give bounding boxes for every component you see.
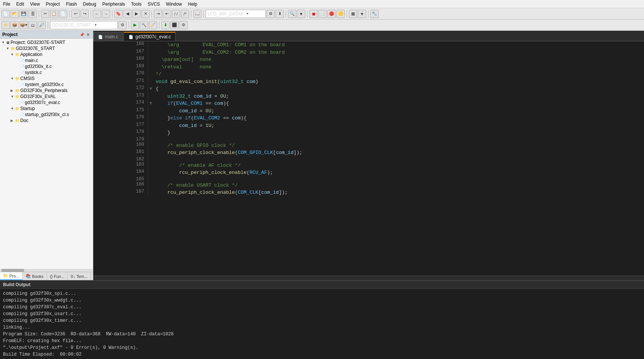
sidebar-hscroll-thumb[interactable] — [2, 269, 24, 272]
paste-button[interactable]: 📄 — [59, 10, 67, 18]
download-button[interactable]: ⬇ — [276, 10, 284, 18]
fold-icon[interactable] — [148, 63, 153, 71]
build-output-content[interactable]: compiling gd32f30x_spi.c...compiling gd3… — [0, 289, 644, 359]
fold-icon[interactable] — [148, 71, 153, 78]
save-button[interactable]: 💾 — [20, 10, 28, 18]
tree-item-application[interactable]: ▼ 📁 Application — [0, 51, 93, 57]
build-button[interactable]: ▶ — [131, 21, 139, 29]
fold-icon[interactable]: ▼ — [148, 100, 153, 107]
fold-icon[interactable] — [148, 122, 153, 130]
fold-icon[interactable] — [148, 56, 153, 63]
block-comment-button[interactable]: /* — [181, 10, 189, 18]
fold-icon[interactable] — [148, 129, 153, 137]
flash-download-button[interactable]: ⬇ — [161, 21, 170, 29]
rte-button[interactable]: 📦 — [11, 21, 19, 29]
fold-icon[interactable] — [148, 182, 153, 189]
tree-item-doc[interactable]: ▶ 📁 Doc — [0, 118, 93, 124]
group-btn[interactable]: 🗂 — [29, 21, 37, 29]
redo-button[interactable]: ↪ — [80, 10, 89, 18]
indent-button[interactable]: ⇥ — [154, 10, 162, 18]
fold-icon[interactable] — [148, 49, 153, 56]
fold-icon[interactable] — [148, 107, 153, 115]
next-bookmark-button[interactable]: ▶ — [132, 10, 141, 18]
fold-icon[interactable] — [148, 78, 153, 86]
menu-svcs[interactable]: SVCS — [145, 1, 163, 8]
tab-books[interactable]: 📚 Books — [23, 272, 47, 280]
project-wizard-button[interactable]: ⚡ — [2, 21, 10, 29]
saveall-button[interactable]: 🗄 — [29, 10, 37, 18]
menu-debug[interactable]: Debug — [80, 1, 99, 8]
fold-icon[interactable] — [148, 176, 153, 182]
tree-item-gd32307e-start[interactable]: ▼ 📁 GD32307E_START — [0, 45, 93, 51]
view-dropdown-button[interactable]: ▦ — [349, 10, 357, 18]
cut-button[interactable]: ✂ — [41, 10, 49, 18]
debug-button4[interactable]: 🟡 — [336, 10, 345, 18]
flash-erase-button[interactable]: ⬛ — [170, 21, 179, 29]
tools-button[interactable]: 🔧 — [370, 10, 379, 18]
fold-icon[interactable] — [148, 162, 153, 169]
debug-button3[interactable]: 🔴 — [327, 10, 336, 18]
menu-file[interactable]: File — [0, 1, 13, 8]
back-button[interactable]: ← — [93, 10, 101, 18]
open-doc-button[interactable]: 📖 — [193, 10, 202, 18]
fold-icon[interactable] — [148, 157, 153, 162]
menu-window[interactable]: Window — [163, 1, 185, 8]
fold-icon[interactable] — [148, 189, 153, 196]
forward-button[interactable]: → — [102, 10, 110, 18]
clear-bookmarks-button[interactable]: ✕ — [141, 10, 150, 18]
bookmark-button[interactable]: 🔖 — [114, 10, 123, 18]
menu-tools[interactable]: Tools — [128, 1, 145, 8]
view-dropdown-arrow[interactable]: ▼ — [358, 10, 366, 18]
menu-project[interactable]: Project — [43, 1, 63, 8]
target-options-button[interactable]: ⚙ — [267, 10, 275, 18]
code-scroll[interactable]: 166 \arg EVAL_COM1: COM1 on the board167… — [93, 41, 644, 276]
fold-icon[interactable] — [148, 149, 153, 157]
fold-icon[interactable]: ▼ — [148, 85, 153, 93]
rebuild-button[interactable]: 🔨 — [140, 21, 148, 29]
stop-debug-button[interactable]: ⏹ — [309, 10, 318, 18]
clean-button[interactable]: 🧹 — [149, 21, 157, 29]
editor-tab-main-c[interactable]: 📄 main.c — [93, 32, 123, 41]
tab-templates[interactable]: 0↓ Tem... — [68, 272, 91, 280]
tree-item-system-c[interactable]: 📄 system_gd32f30x.c — [0, 81, 93, 87]
menu-edit[interactable]: Edit — [13, 1, 27, 8]
sidebar-pin-icon[interactable]: 📌 — [79, 32, 85, 37]
prev-bookmark-button[interactable]: ◀ — [123, 10, 132, 18]
fold-icon[interactable] — [148, 142, 153, 149]
tree-item-startup-s[interactable]: 📄 startup_gd32f30x_cl.s — [0, 112, 93, 118]
fold-icon[interactable] — [148, 41, 153, 49]
copy-button[interactable]: 📋 — [50, 10, 58, 18]
menu-peripherals[interactable]: Peripherals — [99, 1, 128, 8]
menu-flash[interactable]: Flash — [63, 1, 80, 8]
project-config-dropdown[interactable]: GD32307E_START ▼ — [50, 21, 118, 29]
comment-button[interactable]: / / — [172, 10, 180, 18]
tab-project[interactable]: 📁 Pro... — [0, 272, 23, 280]
target-dropdown[interactable]: LCD_WR_DATA8 ▼ — [206, 10, 266, 18]
tree-item-cmsis[interactable]: ▼ 📁 CMSIS — [0, 75, 93, 81]
tree-item-eval[interactable]: ▼ 📁 GD32F30x_EVAL — [0, 94, 93, 100]
editor-tab-eval-c[interactable]: 📄 gd32f307c_eval.c — [124, 32, 176, 41]
fold-icon[interactable] — [148, 137, 153, 142]
tree-item-eval-c[interactable]: 📄 gd32f307c_eval.c — [0, 100, 93, 106]
unindent-button[interactable]: ⇤ — [163, 10, 171, 18]
find-dropdown-button[interactable]: ▼ — [297, 10, 305, 18]
flash-settings-button[interactable]: ⚙ — [179, 21, 188, 29]
tree-item-main-c[interactable]: 📄 main.c — [0, 57, 93, 63]
undo-button[interactable]: ↩ — [71, 10, 80, 18]
tree-item-gd32f30x-it-c[interactable]: 📄 gd32f30x_it.c — [0, 63, 93, 69]
project-config-settings-button[interactable]: ⚙ — [118, 21, 127, 29]
editor-bottom-scroll[interactable] — [93, 276, 644, 280]
menu-view[interactable]: View — [27, 1, 43, 8]
sidebar-close-icon[interactable]: ✕ — [85, 32, 91, 37]
open-button[interactable]: 📂 — [11, 10, 19, 18]
tree-item-startup[interactable]: ▼ 📁 Startup — [0, 106, 93, 112]
tree-item-systick-c[interactable]: 📄 systick.c — [0, 69, 93, 75]
tab-functions[interactable]: {} Fun... — [47, 272, 68, 280]
tree-item-project-root[interactable]: ▼ 🖥 Project: GD32307E-START — [0, 39, 93, 45]
new-button[interactable]: 📄 — [2, 10, 10, 18]
fold-icon[interactable] — [148, 115, 153, 122]
code-editor[interactable]: 166 \arg EVAL_COM1: COM1 on the board167… — [93, 41, 644, 276]
find-button[interactable]: 🔍 — [288, 10, 296, 18]
menu-help[interactable]: Help — [185, 1, 200, 8]
tree-item-peripherals[interactable]: ▶ 📁 GD32F30x_Peripherals — [0, 87, 93, 94]
